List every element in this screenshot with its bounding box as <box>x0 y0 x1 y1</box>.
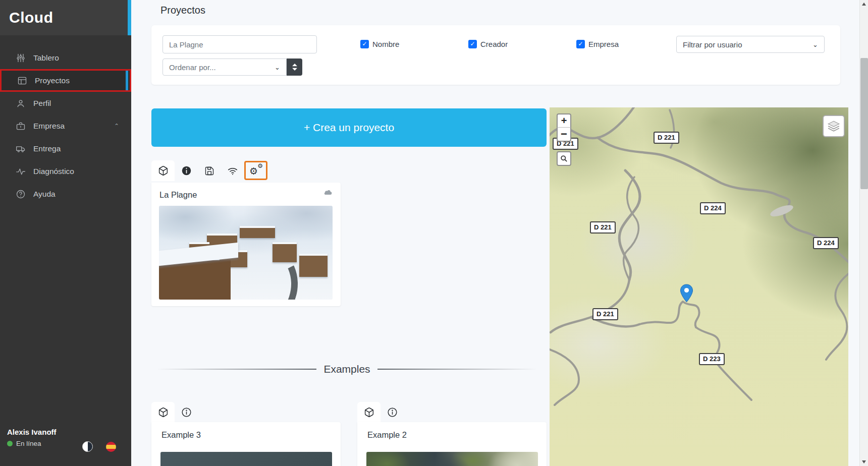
magnifier-icon <box>560 155 568 162</box>
checkbox-label: Creador <box>480 40 508 48</box>
example-card[interactable]: Example 2 <box>357 422 547 466</box>
sidebar-accent-strip <box>128 0 131 35</box>
active-item-indicator <box>126 71 128 90</box>
sidebar-item-tablero[interactable]: Tablero <box>0 46 131 69</box>
example2-tabs <box>357 402 404 422</box>
tab-info[interactable] <box>381 402 404 423</box>
scroll-up-arrow[interactable] <box>862 3 866 6</box>
checkbox-creador[interactable]: ✓ Creador <box>468 40 508 48</box>
checkbox-label: Empresa <box>588 40 619 48</box>
gears-icon: ⚙⚙ <box>250 165 261 176</box>
example-card[interactable]: Example 3 <box>151 422 341 466</box>
checkbox-label: Nombre <box>372 40 399 48</box>
sidebar-user-block: Alexis Ivanoff En línea <box>0 420 131 466</box>
checkbox-check-icon: ✓ <box>360 40 369 48</box>
tab-info[interactable] <box>175 402 198 423</box>
box-icon <box>158 165 169 176</box>
sidebar-item-perfil[interactable]: Perfil <box>0 92 131 114</box>
map-search-button[interactable] <box>557 151 571 166</box>
cloud-sync-icon[interactable] <box>322 189 333 198</box>
user-status-label: En línea <box>16 440 41 447</box>
sidebar-item-label: Empresa <box>33 122 65 131</box>
example-title: Example 2 <box>367 430 407 440</box>
scroll-down-arrow[interactable] <box>862 460 866 463</box>
create-project-button[interactable]: + Crea un proyecto <box>151 108 547 147</box>
app-logo: Cloud <box>9 9 53 26</box>
sidebar-item-diagnostico[interactable]: Diagnóstico <box>0 160 131 183</box>
select-value: Ordenar por... <box>169 63 270 72</box>
tab-3d-model[interactable] <box>151 160 175 181</box>
examples-divider: Examples <box>156 363 537 375</box>
road-label: D 223 <box>699 353 725 365</box>
sidebar-item-proyectos[interactable]: Proyectos <box>0 69 131 92</box>
map-marker[interactable] <box>680 284 693 305</box>
sidebar-item-label: Diagnóstico <box>33 167 74 176</box>
chevron-up-icon: ⌃ <box>114 123 119 130</box>
search-input[interactable] <box>162 35 317 53</box>
map[interactable]: D 221 D 221 D 224 D 221 D 224 D 221 D 22… <box>550 107 848 466</box>
info-outline-icon <box>387 407 398 418</box>
checkbox-nombre[interactable]: ✓ Nombre <box>360 40 399 48</box>
sidebar-item-ayuda[interactable]: Ayuda <box>0 183 131 205</box>
sidebar-item-label: Perfil <box>33 99 51 108</box>
info-outline-icon <box>181 407 192 418</box>
scrollbar-thumb[interactable] <box>860 58 868 189</box>
sidebar-item-empresa[interactable]: Empresa ⌃ <box>0 114 131 137</box>
chalet-shape <box>159 260 231 300</box>
tab-settings[interactable]: ⚙⚙ <box>244 161 267 180</box>
sidebar-item-label: Proyectos <box>35 76 70 85</box>
map-zoom-in-button[interactable]: + <box>557 113 571 128</box>
project-card[interactable]: La Plagne <box>151 183 341 306</box>
tab-3d-model[interactable] <box>151 402 175 423</box>
map-roads <box>550 107 848 466</box>
tab-3d-model[interactable] <box>357 402 381 423</box>
order-by-select[interactable]: Ordenar por... ⌄ <box>162 59 287 76</box>
road-label: D 221 <box>592 308 618 320</box>
project-card-tabs: ⚙⚙ <box>151 160 267 181</box>
sidebar-item-entrega[interactable]: Entrega <box>0 137 131 160</box>
theme-toggle-icon[interactable] <box>82 441 93 452</box>
example-thumbnail[interactable] <box>366 452 538 466</box>
sidebar-nav: Tablero Proyectos Perfil Empresa ⌃ <box>0 35 131 205</box>
filter-by-user-select[interactable]: Filtrar por usuario ⌄ <box>676 36 825 53</box>
layout-icon <box>17 75 28 86</box>
online-status-dot <box>7 441 13 446</box>
example3-tabs <box>151 402 198 422</box>
wifi-icon <box>227 165 238 177</box>
examples-divider-label: Examples <box>316 363 377 375</box>
checkbox-check-icon: ✓ <box>576 40 585 48</box>
language-flag-icon[interactable] <box>106 442 116 452</box>
chevron-down-icon: ⌄ <box>275 64 280 71</box>
page-scrollbar[interactable] <box>859 0 868 466</box>
road-label: D 221 <box>590 221 616 234</box>
map-layers-button[interactable] <box>823 115 845 137</box>
sidebar-item-label: Tablero <box>33 53 59 63</box>
main-content: Proyectos ✓ Nombre ✓ Creador ✓ Empresa F… <box>131 0 859 466</box>
checkbox-empresa[interactable]: ✓ Empresa <box>576 40 619 48</box>
sort-direction-button[interactable] <box>287 59 302 76</box>
user-icon <box>15 98 26 109</box>
example-thumbnail[interactable] <box>160 452 332 466</box>
road-label: D 221 <box>654 132 679 144</box>
tab-network[interactable] <box>221 160 244 181</box>
tab-save[interactable] <box>198 160 221 181</box>
page-title: Proyectos <box>160 5 205 16</box>
map-zoom-out-button[interactable]: − <box>557 127 571 142</box>
project-thumbnail[interactable] <box>159 206 333 300</box>
select-value: Filtrar por usuario <box>683 40 808 49</box>
chevron-down-icon: ⌄ <box>812 41 818 48</box>
box-icon <box>364 407 374 418</box>
filter-panel: ✓ Nombre ✓ Creador ✓ Empresa Filtrar por… <box>151 25 840 85</box>
example-title: Example 3 <box>161 430 201 440</box>
sidebar: Cloud Tablero Proyectos Perfil <box>0 0 131 466</box>
help-icon <box>15 189 26 200</box>
tab-info[interactable] <box>175 160 198 181</box>
sidebar-header: Cloud <box>0 0 131 35</box>
save-icon <box>204 166 214 176</box>
road-label: D 224 <box>700 202 726 214</box>
user-name: Alexis Ivanoff <box>7 428 124 436</box>
box-icon <box>158 407 169 418</box>
info-icon <box>181 165 192 176</box>
sort-arrows-icon <box>292 63 298 71</box>
sliders-icon <box>15 52 26 64</box>
